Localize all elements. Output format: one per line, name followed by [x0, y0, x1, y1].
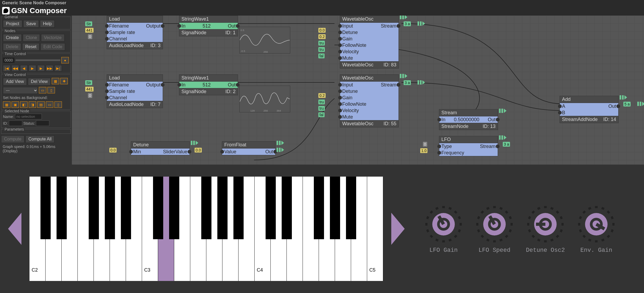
port-out: Out — [228, 23, 236, 29]
svg-line-11 — [437, 239, 437, 241]
black-key[interactable] — [89, 177, 99, 239]
time-record-icon[interactable]: ● — [61, 57, 69, 63]
black-key[interactable] — [266, 177, 276, 239]
step-fwd-icon[interactable]: ▶ — [29, 65, 36, 71]
bg-2-icon[interactable]: ▣ — [12, 101, 19, 108]
view-opt2-icon[interactable]: ▯ — [47, 87, 55, 93]
svg-line-56 — [533, 211, 534, 213]
status-field[interactable] — [36, 120, 49, 126]
keyboard[interactable]: C2C3C4C5 — [29, 177, 383, 281]
node-fromfloat[interactable]: FromFloat ValueOut — [222, 141, 276, 155]
octave-up-icon[interactable] — [391, 213, 405, 245]
skip-start-icon[interactable]: |◀ — [3, 65, 10, 71]
knob[interactable]: LFO Gain — [423, 204, 464, 254]
node-load-1[interactable]: Load FilenameOutput Sample rate Channel … — [107, 16, 163, 49]
status-label: Status: — [23, 121, 35, 125]
bg-4-icon[interactable]: ◨ — [29, 101, 36, 108]
parameters-title: Parameters — [3, 127, 25, 131]
black-key[interactable] — [153, 177, 163, 239]
knob[interactable]: Detune Osc2 — [525, 204, 565, 254]
create-button[interactable]: Create — [3, 34, 22, 41]
view-dropdown[interactable]: --- — [3, 87, 38, 94]
node-wavetableosc-2[interactable]: WavetableOsc InputStream Detune Gain Fol… — [340, 74, 399, 127]
node-title: WavetableOsc — [342, 16, 373, 22]
port-gain: Gain — [342, 36, 352, 42]
node-title: Stream — [441, 110, 457, 116]
ffwd-icon[interactable]: ▶▶ — [46, 65, 53, 71]
bg-5-icon[interactable]: ▤ — [37, 101, 45, 108]
view-add-icon[interactable]: ✚ — [60, 78, 68, 84]
node-stringwave-1[interactable]: StringWave1 In512Out SignalNodeID: 1 — [179, 16, 238, 36]
node-title: LFO — [441, 137, 451, 142]
view-grid-icon[interactable]: ▦ — [52, 78, 59, 84]
port-stream: Stream — [381, 82, 396, 88]
id-field[interactable] — [9, 120, 22, 126]
node-load-2[interactable]: Load FilenameOutput Sample rate Channel … — [107, 74, 163, 108]
skip-end-icon[interactable]: ▶| — [54, 65, 62, 71]
vectorize-button[interactable]: Vectorize — [41, 34, 65, 41]
rewind-icon[interactable]: ◀◀ — [12, 65, 19, 71]
node-stream[interactable]: Stream In0.50000000Out StreamNodeID: 13 — [439, 109, 498, 130]
octave-label: C4 — [257, 267, 263, 273]
black-key[interactable] — [330, 177, 340, 239]
add-view-button[interactable]: Add View — [3, 78, 27, 85]
black-key[interactable] — [57, 177, 67, 239]
node-graph-canvas[interactable]: Load FilenameOutput Sample rate Channel … — [72, 16, 644, 165]
octave-down-icon[interactable] — [8, 213, 21, 245]
play-icon[interactable]: ▶ — [37, 65, 45, 71]
svg-line-12 — [431, 235, 432, 237]
port-follow: FollowNote — [342, 101, 366, 107]
view-opt1-icon[interactable]: ▭ — [39, 87, 46, 93]
tag: 0.2 — [318, 34, 326, 39]
black-key[interactable] — [346, 177, 356, 239]
time-slider[interactable] — [16, 59, 60, 61]
step-back-icon[interactable]: ◀ — [20, 65, 28, 71]
svg-line-28 — [506, 235, 507, 237]
node-title: StringWave1 — [181, 75, 209, 81]
help-button[interactable]: Help — [40, 20, 55, 28]
compute-button[interactable]: Compute — [1, 135, 24, 143]
black-key[interactable] — [121, 177, 131, 239]
clone-button[interactable]: Clone — [23, 34, 40, 41]
reset-button[interactable]: Reset — [22, 43, 39, 51]
svg-line-21 — [458, 217, 460, 218]
black-key[interactable] — [314, 177, 324, 239]
black-key[interactable] — [169, 177, 179, 239]
black-key[interactable] — [105, 177, 115, 239]
svg-text:384: 384 — [277, 109, 281, 112]
node-detune[interactable]: Detune MinSliderValue — [131, 141, 190, 155]
del-view-button[interactable]: Del View — [28, 78, 51, 85]
knob-label: LFO Speed — [479, 247, 511, 254]
node-add[interactable]: Add AOut B StreamAddNodeID: 14 — [560, 96, 619, 123]
white-key[interactable]: C5 — [367, 177, 383, 281]
node-stringwave-2[interactable]: StringWave1 In512Out SignalNodeID: 2 — [179, 74, 238, 95]
flow-out-icon — [418, 80, 425, 85]
delete-button[interactable]: Delete — [3, 43, 21, 51]
name-field[interactable] — [15, 114, 42, 119]
black-key[interactable] — [282, 177, 292, 239]
black-key[interactable] — [201, 177, 211, 239]
bg-7-icon[interactable]: ▯ — [54, 101, 62, 108]
edit-code-button[interactable]: Edit Code — [40, 43, 65, 51]
save-button[interactable]: Save — [23, 20, 39, 28]
svg-line-61 — [560, 217, 562, 218]
bg-6-icon[interactable]: ▭ — [46, 101, 53, 108]
knob-label: Detune Osc2 — [526, 247, 565, 254]
black-key[interactable] — [40, 177, 51, 239]
svg-line-77 — [589, 207, 590, 209]
knob[interactable]: LFO Speed — [474, 204, 515, 254]
compute-all-button[interactable]: Compute All — [25, 135, 54, 143]
black-key[interactable] — [233, 177, 244, 239]
flow-out-icon — [400, 74, 407, 78]
tag: Str — [85, 80, 92, 85]
bg-1-icon[interactable]: ▦ — [3, 101, 10, 108]
node-lfo[interactable]: LFO TypeStream Frequency — [439, 136, 498, 156]
node-wavetableosc-1[interactable]: WavetableOsc InputStream Detune Gain Fol… — [340, 16, 399, 69]
knob[interactable]: Env. Gain — [576, 204, 616, 254]
port-input: Input — [342, 82, 353, 88]
port-in: In — [441, 117, 445, 123]
port-type: Type — [441, 144, 452, 149]
project-button[interactable]: Project — [3, 20, 22, 28]
bg-3-icon[interactable]: ◧ — [20, 101, 28, 108]
black-key[interactable] — [217, 177, 228, 239]
